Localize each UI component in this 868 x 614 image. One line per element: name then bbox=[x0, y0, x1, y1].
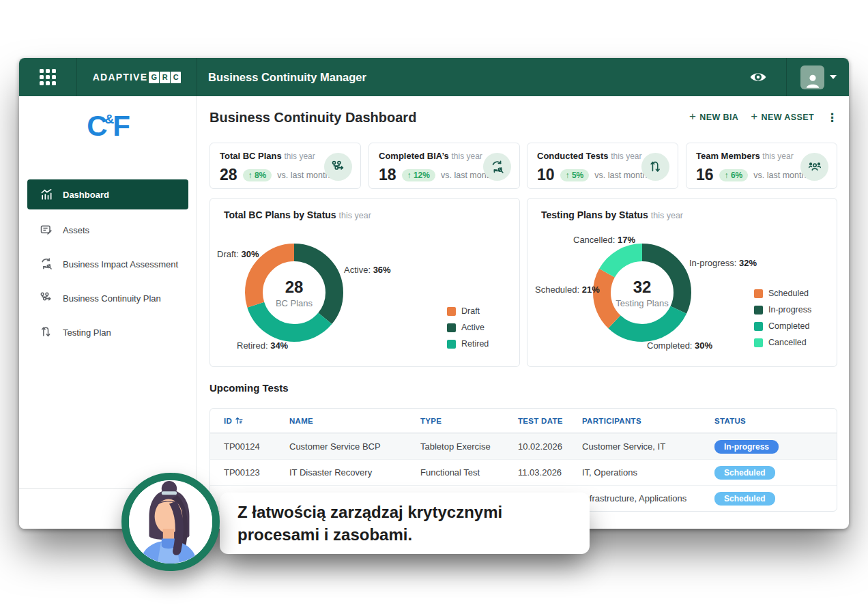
continuity-plan-icon bbox=[324, 153, 352, 181]
column-header-participants[interactable]: PARTICIPANTS bbox=[582, 417, 714, 425]
delta-badge: ↑ 12% bbox=[402, 169, 435, 181]
status-badge: Scheduled bbox=[714, 492, 775, 506]
column-header-type[interactable]: TYPE bbox=[420, 417, 518, 425]
column-header-test-date[interactable]: TEST DATE bbox=[518, 417, 582, 425]
header-divider bbox=[197, 58, 197, 96]
app-window: ADAPTIVE GRC Business Continuity Manager bbox=[19, 58, 849, 529]
stat-card-completed-bias[interactable]: Completed BIA’s this year 18 ↑ 12% vs. l… bbox=[368, 143, 520, 189]
sidebar-item-label: Assets bbox=[63, 225, 89, 235]
sidebar: C&F Dashboard Assets bbox=[19, 96, 197, 529]
kebab-menu-icon[interactable]: ⋮ bbox=[826, 112, 838, 123]
app-title: Business Continuity Manager bbox=[208, 71, 366, 84]
apps-grid-icon[interactable] bbox=[40, 69, 56, 85]
donut-callout: Cancelled: 17% bbox=[573, 235, 635, 245]
user-avatar-icon[interactable] bbox=[800, 65, 824, 89]
delta-badge: ↑ 8% bbox=[243, 169, 272, 181]
table-row[interactable]: TP00124 Customer Service BCP Tabletop Ex… bbox=[210, 433, 837, 459]
column-header-id[interactable]: ID bbox=[224, 416, 289, 425]
stat-card-total-bc-plans[interactable]: Total BC Plans this year 28 ↑ 8% vs. las… bbox=[209, 143, 361, 189]
new-asset-button[interactable]: + NEW ASSET bbox=[751, 111, 814, 123]
upcoming-tests-title: Upcoming Tests bbox=[209, 382, 289, 394]
column-header-name[interactable]: NAME bbox=[289, 417, 420, 425]
legend-item: Cancelled bbox=[754, 338, 811, 347]
presenter-avatar bbox=[121, 473, 220, 571]
delta-badge: ↑ 5% bbox=[560, 169, 590, 181]
preview-eye-icon[interactable] bbox=[749, 68, 767, 86]
logo-grc-tiles: GRC bbox=[149, 72, 181, 83]
sidebar-item-label: Testing Plan bbox=[63, 327, 111, 338]
logo-adaptive-text: ADAPTIVE bbox=[93, 72, 147, 83]
stat-value: 18 bbox=[379, 166, 396, 184]
donut-callout: In-progress: 32% bbox=[689, 258, 757, 268]
marketing-callout: Z łatwością zarządzaj krytycznymi proces… bbox=[220, 493, 590, 554]
plus-icon: + bbox=[751, 110, 757, 123]
team-icon bbox=[800, 153, 828, 181]
legend-item: Retired bbox=[447, 339, 489, 349]
new-bia-button[interactable]: + NEW BIA bbox=[689, 111, 738, 123]
continuity-plan-icon bbox=[40, 291, 53, 305]
sidebar-item-business-impact-assessment[interactable]: Business Impact Assessment bbox=[27, 249, 188, 279]
sidebar-item-label: Dashboard bbox=[63, 190, 109, 200]
sidebar-item-label: Business Continuity Plan bbox=[63, 293, 161, 304]
donut-callout: Draft: 30% bbox=[217, 249, 259, 259]
stat-value: 28 bbox=[220, 166, 237, 184]
callout-line-2: procesami i zasobami. bbox=[237, 523, 590, 546]
user-menu[interactable] bbox=[787, 65, 849, 89]
sidebar-item-testing-plan[interactable]: Testing Plan bbox=[27, 317, 188, 347]
callout-line-1: Z łatwością zarządzaj krytycznymi bbox=[237, 501, 590, 523]
stat-value: 10 bbox=[537, 166, 555, 184]
donut-callout: Active: 36% bbox=[344, 265, 391, 275]
testing-plans-legend: Scheduled In-progress Completed Cancelle… bbox=[754, 289, 811, 347]
status-badge: In-progress bbox=[714, 440, 779, 454]
donut-callout: Scheduled: 21% bbox=[535, 284, 600, 295]
impact-assessment-icon bbox=[40, 257, 53, 271]
stat-value: 16 bbox=[696, 166, 714, 184]
chevron-down-icon[interactable] bbox=[830, 75, 837, 79]
testing-plan-icon bbox=[641, 153, 669, 181]
sidebar-item-business-continuity-plan[interactable]: Business Continuity Plan bbox=[27, 283, 188, 313]
adaptivegrc-logo: ADAPTIVE GRC bbox=[77, 72, 197, 83]
stat-card-team-members[interactable]: Team Members this year 16 ↑ 6% vs. last … bbox=[686, 143, 837, 189]
impact-assessment-icon bbox=[483, 153, 511, 181]
assets-icon bbox=[40, 223, 53, 237]
donut-callout: Retired: 34% bbox=[237, 340, 288, 351]
sidebar-item-label: Business Impact Assessment bbox=[63, 259, 178, 269]
status-badge: Scheduled bbox=[714, 466, 775, 480]
testing-plan-icon bbox=[40, 325, 53, 339]
screenshot-canvas: ADAPTIVE GRC Business Continuity Manager bbox=[0, 0, 868, 614]
plus-icon: + bbox=[689, 110, 696, 123]
table-row[interactable]: TP00123 IT Disaster Recovery Functional … bbox=[210, 459, 837, 485]
donut-center-label: 28 BC Plans bbox=[253, 278, 335, 308]
legend-item: In-progress bbox=[754, 305, 811, 315]
column-header-status[interactable]: STATUS bbox=[714, 417, 837, 425]
legend-item: Draft bbox=[447, 306, 489, 316]
app-header: ADAPTIVE GRC Business Continuity Manager bbox=[19, 58, 849, 96]
page-title: Business Continuity Dashboard bbox=[209, 110, 416, 126]
sidebar-item-dashboard[interactable]: Dashboard bbox=[27, 179, 188, 209]
donut-center-label: 32 Testing Plans bbox=[601, 278, 683, 308]
stat-card-conducted-tests[interactable]: Conducted Tests this year 10 ↑ 5% vs. la… bbox=[527, 143, 678, 189]
donut-callout: Completed: 30% bbox=[647, 340, 712, 351]
sort-ascending-icon[interactable] bbox=[235, 416, 244, 425]
legend-item: Completed bbox=[754, 321, 811, 331]
bc-plans-legend: Draft Active Retired bbox=[447, 306, 489, 349]
delta-badge: ↑ 6% bbox=[719, 169, 749, 181]
cf-logo: C&F bbox=[19, 110, 197, 143]
legend-item: Active bbox=[447, 323, 489, 332]
woman-illustration bbox=[129, 480, 212, 564]
sidebar-item-assets[interactable]: Assets bbox=[27, 215, 188, 245]
legend-item: Scheduled bbox=[754, 289, 811, 298]
table-header-row: ID NAME TYPE TEST DATE PARTICIPANTS STAT… bbox=[210, 409, 837, 433]
dashboard-icon bbox=[40, 188, 53, 201]
